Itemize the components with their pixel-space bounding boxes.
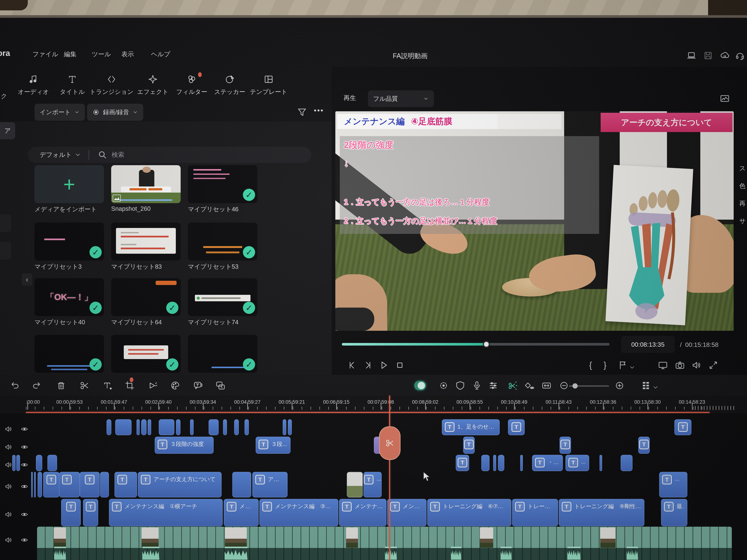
mic-button[interactable] [471,380,483,392]
timeline-clip[interactable]: Tメンテナンス編 ... [224,499,259,526]
timeline-clip[interactable]: T [80,472,100,498]
timeline-clip[interactable]: Tトレーニング編 ⑨剛性を... [559,499,644,526]
timeline-clip[interactable] [288,419,292,435]
timeline-clip[interactable] [36,455,42,471]
toolbar-item-3[interactable]: エフェクト [136,73,170,96]
timeline-clip[interactable] [223,419,227,435]
media-tile-マイプリセット3[interactable]: ✓ [34,222,104,261]
timeline-clip[interactable]: T... [363,472,382,498]
menu-item-1[interactable]: 編集 [64,50,77,58]
toggle-on-button[interactable] [414,380,426,392]
timeline-clip[interactable] [498,455,504,471]
caption-tr-button[interactable]: A [214,380,226,392]
media-tile-r3c2[interactable]: ✓ [188,335,257,373]
track-visibility-icon[interactable] [19,459,30,471]
timeline-clip[interactable] [234,419,239,435]
timeline-clip[interactable]: T [61,499,81,526]
timeline-clip[interactable]: T1、足をのせて... [442,419,500,435]
quality-select[interactable]: フル品質 [368,90,434,107]
timeline-clip[interactable] [141,419,147,435]
timeline-clip[interactable]: T [463,437,475,454]
timeline-clip[interactable]: T [59,472,80,498]
menu-item-2[interactable]: ツール [92,50,111,58]
timeline-clip[interactable] [37,472,42,498]
speed-button[interactable] [147,380,159,392]
record-button[interactable]: 録画/録音 [87,104,143,121]
timeline-clip[interactable]: Tトレーニング編 ⑥⑦⑧ア... [427,499,511,526]
video-preview[interactable]: メンテナンス編 ④足底筋膜 アーチの支え方について 2段階の強度 ↓ 1．立って… [335,111,733,331]
timeline-clip[interactable] [599,455,602,471]
next-frame-button[interactable] [362,359,374,371]
keyframe-eye-button[interactable] [523,380,535,392]
media-tile-マイプリセット46[interactable]: ✓ [188,165,257,203]
zoom-slider-knob[interactable] [572,383,578,389]
timeline-clip[interactable]: T... [659,472,687,498]
previous-frame-button[interactable] [346,359,358,371]
timeline-clip[interactable] [159,419,174,435]
chevron-down-icon[interactable] [629,362,636,373]
timeline-clip[interactable] [520,455,523,471]
media-tile-Snapshot_260[interactable] [111,165,181,203]
track-mute-icon[interactable] [3,534,15,546]
media-tile-マイプリセット83[interactable] [111,222,181,261]
side-tab-stub[interactable] [0,242,11,260]
timeline-clip[interactable] [621,455,633,471]
trash-button[interactable] [55,380,67,392]
timeline-clip[interactable]: T・親... [532,455,563,471]
timeline-clip[interactable] [190,419,194,435]
side-tab-stub[interactable] [0,214,11,232]
timeline-clip[interactable]: T最... [661,499,687,526]
cloud-sync-icon[interactable] [719,50,731,61]
tts-button[interactable] [192,380,204,392]
timeline-clip[interactable] [209,419,218,435]
timeline-clip[interactable] [347,472,363,498]
timeline-clip[interactable]: Tメンテナンス編 ①横アーチ [109,499,223,526]
undo-button[interactable] [9,380,21,392]
timeline-clip[interactable] [34,472,36,498]
track-mute-icon[interactable] [3,459,15,471]
fullscreen-button[interactable] [707,359,719,371]
toolbar-item-4[interactable]: フィルター [175,73,208,96]
timeline-clip[interactable] [283,419,286,435]
timeline-clip[interactable] [31,472,33,498]
timeline-clip[interactable] [176,419,180,435]
smart-cut-button[interactable] [506,380,518,392]
timeline-clip[interactable]: Tメンテナン... [387,499,427,526]
timeline-clip[interactable]: T [456,455,469,471]
track-mute-icon[interactable] [3,481,15,492]
media-tile-メディアをインポート[interactable]: + [34,165,104,203]
timeline-clip[interactable] [232,472,251,498]
menu-item-0[interactable]: ファイル [32,50,58,58]
headset-icon[interactable] [734,50,746,61]
chevron-down-icon[interactable] [652,381,659,393]
timeline-clip[interactable]: T... [565,455,589,471]
timeline-ruler[interactable]: :00:0000:00:59:5300:01:59:4700:02:59:400… [0,396,747,413]
marker-flag-button[interactable] [617,359,629,371]
timeline-clip[interactable]: T３段... [256,437,290,454]
timeline-clip[interactable]: Tアーチの支え方について [138,472,222,498]
stop-button[interactable] [394,359,406,371]
timeline-clip[interactable] [100,472,109,498]
snapshot-button[interactable] [674,359,686,371]
text-tool-button[interactable] [102,380,113,392]
timeline-clip[interactable] [47,455,57,471]
collection-select[interactable]: デフォルト [40,151,72,159]
laptop-icon[interactable] [686,50,697,61]
dual-monitor-button[interactable] [657,359,669,371]
toolbar-item-6[interactable]: テンプレート [252,73,285,96]
timeline-clip[interactable]: T [638,437,650,454]
track-mute-icon[interactable] [3,508,15,521]
playhead[interactable] [389,396,390,560]
shield-button[interactable] [454,380,466,392]
media-tile-マイプリセット40[interactable]: 「OK—！」✓ [34,278,104,316]
mark-in-button[interactable]: { [589,360,592,370]
toolbar-item-1[interactable]: タイトル [56,73,89,96]
track-visibility-icon[interactable] [19,508,30,521]
track-visibility-icon[interactable] [19,481,30,492]
progress-bar[interactable] [342,343,610,346]
toolbar-item-0[interactable]: オーディオ [17,73,50,96]
timeline-clip[interactable] [493,455,496,471]
media-tile-r3c1[interactable]: ✓ [111,335,181,373]
track-mute-icon[interactable] [3,441,15,453]
toolbar-item-truncated[interactable]: ク [1,92,7,100]
